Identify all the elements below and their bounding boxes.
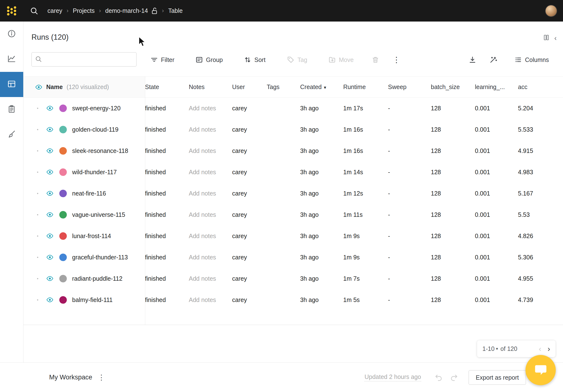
column-header-acc[interactable]: acc	[518, 84, 563, 90]
run-name-link[interactable]: graceful-thunder-113	[72, 254, 128, 261]
table-row[interactable]: balmy-field-111 finished Add notes carey…	[24, 289, 563, 310]
run-name-link[interactable]: vague-universe-115	[72, 211, 125, 218]
visibility-eye-icon[interactable]	[46, 254, 53, 260]
column-header-tags[interactable]: Tags	[267, 84, 300, 90]
sidebar-item-sweeps[interactable]	[0, 122, 23, 147]
run-notes[interactable]: Add notes	[189, 126, 232, 133]
avatar[interactable]	[545, 5, 557, 17]
sidebar-item-logs[interactable]	[0, 97, 23, 122]
table-row[interactable]: lunar-frost-114 finished Add notes carey…	[24, 225, 563, 247]
run-name-link[interactable]: golden-cloud-119	[72, 126, 118, 133]
run-notes[interactable]: Add notes	[189, 190, 232, 197]
columns-button[interactable]: Columns	[515, 54, 549, 66]
visibility-eye-icon[interactable]	[46, 127, 53, 132]
sidebar-item-charts[interactable]	[0, 47, 23, 72]
info-icon	[7, 29, 16, 39]
run-notes[interactable]: Add notes	[189, 296, 232, 303]
drag-handle[interactable]	[37, 257, 38, 258]
table-row[interactable]: graceful-thunder-113 finished Add notes …	[24, 247, 563, 268]
drag-handle[interactable]	[37, 108, 38, 109]
column-header-sweep[interactable]: Sweep	[388, 84, 431, 90]
run-notes[interactable]: Add notes	[189, 169, 232, 176]
runs-search-input[interactable]	[45, 56, 133, 63]
run-name-link[interactable]: swept-energy-120	[72, 105, 121, 112]
table-row[interactable]: sleek-resonance-118 finished Add notes c…	[24, 140, 563, 161]
undo-icon[interactable]	[435, 373, 443, 382]
column-header-name[interactable]: Name (120 visualized)	[24, 77, 145, 97]
next-page-button[interactable]: ›	[548, 344, 550, 353]
more-options-button[interactable]: ⋮	[393, 54, 400, 66]
run-batch-size: 128	[431, 211, 475, 218]
wandb-logo[interactable]	[0, 0, 23, 22]
breadcrumb-user[interactable]: carey	[47, 7, 62, 14]
sidebar-item-overview[interactable]	[0, 22, 23, 47]
table-row[interactable]: golden-cloud-119 finished Add notes care…	[24, 119, 563, 140]
visibility-eye-icon[interactable]	[46, 148, 53, 153]
column-header-runtime[interactable]: Runtime	[343, 84, 388, 90]
breadcrumb-page[interactable]: Table	[168, 7, 183, 14]
run-created: 3h ago	[300, 105, 343, 112]
drag-handle[interactable]	[37, 129, 38, 130]
run-name-link[interactable]: sleek-resonance-118	[72, 147, 128, 154]
drag-handle[interactable]	[37, 172, 38, 173]
column-header-user[interactable]: User	[232, 84, 267, 90]
run-name-link[interactable]: neat-fire-116	[72, 190, 106, 197]
run-notes[interactable]: Add notes	[189, 105, 232, 112]
download-button[interactable]	[469, 54, 476, 66]
drag-handle[interactable]	[37, 299, 38, 301]
sidebar-item-table[interactable]	[0, 72, 23, 97]
drag-handle[interactable]	[37, 235, 38, 237]
run-user: carey	[232, 275, 267, 282]
table-row[interactable]: neat-fire-116 finished Add notes carey 3…	[24, 183, 563, 204]
redo-icon[interactable]	[450, 373, 458, 382]
run-sweep: -	[388, 126, 431, 133]
export-report-button[interactable]: Export as report	[469, 370, 526, 385]
visibility-eye-icon[interactable]	[46, 297, 53, 303]
drag-handle[interactable]	[37, 214, 38, 215]
magic-wand-button[interactable]	[489, 54, 497, 66]
run-name-link[interactable]: lunar-frost-114	[72, 233, 111, 240]
column-header-learning-rate[interactable]: learning_...	[475, 84, 518, 90]
run-name-link[interactable]: wild-thunder-117	[72, 169, 117, 176]
filter-button[interactable]: Filter	[151, 54, 175, 66]
run-created: 3h ago	[300, 233, 343, 240]
collapse-panel-icon[interactable]: ‹	[554, 34, 557, 42]
column-header-created[interactable]: Created▾	[300, 84, 343, 90]
workspace-selector[interactable]: My Workspace	[49, 363, 92, 392]
column-header-notes[interactable]: Notes	[189, 84, 232, 90]
run-notes[interactable]: Add notes	[189, 147, 232, 154]
group-button[interactable]: Group	[196, 54, 223, 66]
visibility-eye-icon[interactable]	[46, 276, 53, 281]
updated-text: Updated 2 hours ago	[365, 373, 421, 381]
run-notes[interactable]: Add notes	[189, 233, 232, 240]
column-header-state[interactable]: State	[145, 84, 189, 90]
column-header-batch-size[interactable]: batch_size	[431, 84, 475, 90]
run-notes[interactable]: Add notes	[189, 275, 232, 282]
visibility-eye-icon[interactable]	[35, 84, 42, 90]
table-row[interactable]: vague-universe-115 finished Add notes ca…	[24, 204, 563, 225]
chat-support-button[interactable]	[525, 355, 556, 385]
panel-layout-icon[interactable]	[543, 34, 550, 42]
workspace-options-button[interactable]: ⋮	[98, 363, 105, 392]
visibility-eye-icon[interactable]	[46, 191, 53, 196]
sort-button[interactable]: Sort	[244, 54, 266, 66]
table-row[interactable]: swept-energy-120 finished Add notes care…	[24, 98, 563, 119]
drag-handle[interactable]	[37, 150, 38, 152]
drag-handle[interactable]	[37, 193, 38, 194]
breadcrumb-projects[interactable]: Projects	[73, 7, 95, 14]
run-name-link[interactable]: balmy-field-111	[72, 296, 113, 303]
visibility-eye-icon[interactable]	[46, 169, 53, 175]
previous-page-button[interactable]: ‹	[539, 344, 541, 353]
breadcrumb-project-name[interactable]: demo-march-14	[105, 7, 148, 14]
visibility-eye-icon[interactable]	[46, 212, 53, 217]
table-row[interactable]: radiant-puddle-112 finished Add notes ca…	[24, 268, 563, 289]
table-row[interactable]: wild-thunder-117 finished Add notes care…	[24, 161, 563, 183]
search-icon[interactable]	[30, 7, 38, 15]
run-notes[interactable]: Add notes	[189, 254, 232, 261]
run-notes[interactable]: Add notes	[189, 211, 232, 218]
drag-handle[interactable]	[37, 278, 38, 279]
run-name-link[interactable]: radiant-puddle-112	[72, 275, 122, 282]
visibility-eye-icon[interactable]	[46, 233, 53, 239]
visibility-eye-icon[interactable]	[46, 105, 53, 111]
page-size-selector[interactable]: 1-10 ▾	[482, 345, 498, 352]
